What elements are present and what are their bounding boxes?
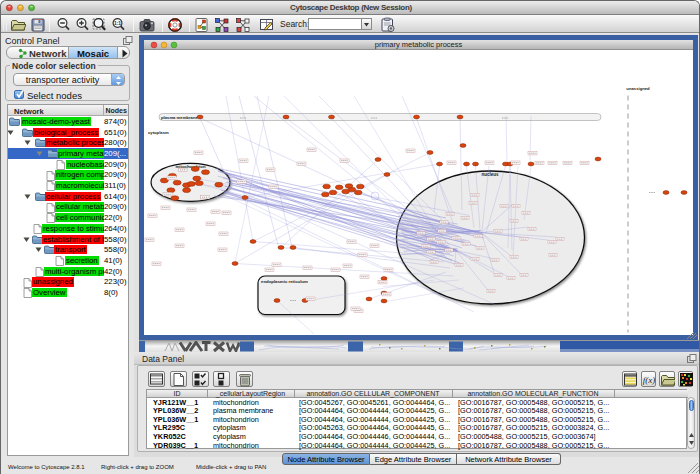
svg-text:cytoplasm: cytoplasm xyxy=(148,130,169,135)
svg-text:1:1: 1:1 xyxy=(114,20,121,26)
svg-text:mitochondrion: mitochondrion xyxy=(175,163,205,168)
svg-text:endoplasmic reticulum: endoplasmic reticulum xyxy=(261,279,308,284)
svg-text:nucleus: nucleus xyxy=(481,172,499,177)
svg-text:unassigned: unassigned xyxy=(626,85,650,90)
svg-text:plasma membrane: plasma membrane xyxy=(161,115,198,120)
svg-text:f(x): f(x) xyxy=(643,375,656,385)
